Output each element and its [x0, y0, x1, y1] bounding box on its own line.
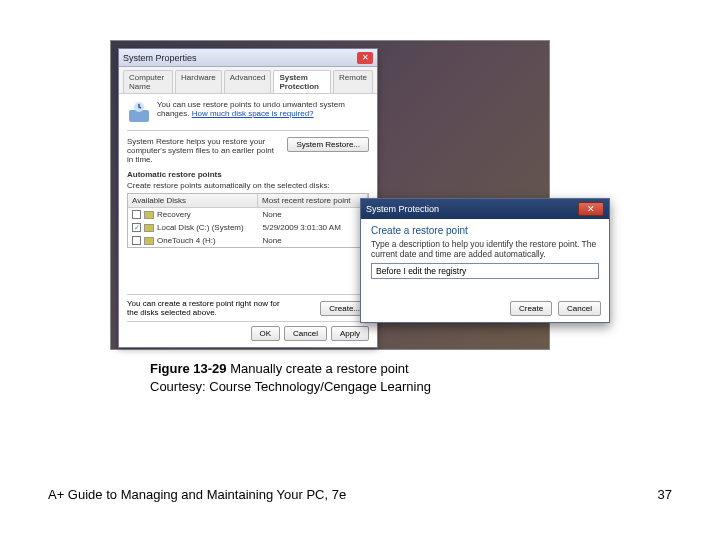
- automatic-description: Create restore points automatically on t…: [127, 181, 369, 190]
- courtesy-line: Courtesy: Course Technology/Cengage Lear…: [150, 379, 431, 394]
- dialog-title: System Protection: [366, 204, 439, 214]
- close-icon[interactable]: ✕: [357, 52, 373, 64]
- drive-icon: [144, 224, 154, 232]
- dialog-titlebar: System Protection ✕: [361, 199, 609, 219]
- tab-system-protection[interactable]: System Protection: [273, 70, 331, 93]
- restore-point-description-input[interactable]: [371, 263, 599, 279]
- page-number: 37: [658, 487, 672, 502]
- table-row[interactable]: Recovery None: [128, 208, 368, 221]
- checkbox-icon[interactable]: [132, 210, 141, 219]
- disks-table: Available Disks Most recent restore poin…: [127, 193, 369, 248]
- tab-remote[interactable]: Remote: [333, 70, 373, 93]
- col-most-recent: Most recent restore point: [258, 194, 368, 207]
- create-description: You can create a restore point right now…: [127, 299, 287, 317]
- create-restore-point-dialog: System Protection ✕ Create a restore poi…: [360, 198, 610, 323]
- divider: [127, 130, 369, 131]
- tab-strip: Computer Name Hardware Advanced System P…: [119, 67, 377, 94]
- create-row: You can create a restore point right now…: [127, 294, 369, 317]
- table-row[interactable]: OneTouch 4 (H:) None: [128, 234, 368, 247]
- tab-hardware[interactable]: Hardware: [175, 70, 222, 93]
- figure-caption: Figure 13-29 Manually create a restore p…: [150, 360, 431, 395]
- system-properties-titlebar: System Properties ✕: [119, 49, 377, 67]
- system-properties-window: System Properties ✕ Computer Name Hardwa…: [118, 48, 378, 348]
- drive-icon: [144, 211, 154, 219]
- automatic-heading: Automatic restore points: [127, 170, 369, 179]
- drive-icon: [144, 237, 154, 245]
- window-title: System Properties: [123, 53, 197, 63]
- footer-book-title: A+ Guide to Managing and Maintaining You…: [48, 487, 346, 502]
- disk-space-link[interactable]: How much disk space is required?: [192, 109, 314, 118]
- checkbox-icon[interactable]: ✓: [132, 223, 141, 232]
- dialog-heading: Create a restore point: [371, 225, 599, 236]
- dialog-create-button[interactable]: Create: [510, 301, 552, 316]
- col-available-disks: Available Disks: [128, 194, 258, 207]
- system-restore-button[interactable]: System Restore...: [287, 137, 369, 152]
- tab-advanced[interactable]: Advanced: [224, 70, 272, 93]
- cancel-button[interactable]: Cancel: [284, 326, 327, 341]
- intro-text: You can use restore points to undo unwan…: [157, 100, 369, 124]
- system-properties-body: You can use restore points to undo unwan…: [119, 94, 377, 254]
- restore-description: System Restore helps you restore your co…: [127, 137, 281, 164]
- ok-button[interactable]: OK: [251, 326, 281, 341]
- restore-icon: [127, 100, 151, 124]
- apply-button[interactable]: Apply: [331, 326, 369, 341]
- table-header: Available Disks Most recent restore poin…: [128, 194, 368, 208]
- dialog-description: Type a description to help you identify …: [371, 239, 599, 259]
- close-icon[interactable]: ✕: [578, 202, 604, 216]
- tab-computer-name[interactable]: Computer Name: [123, 70, 173, 93]
- table-row[interactable]: ✓Local Disk (C:) (System) 5/29/2009 3:01…: [128, 221, 368, 234]
- dialog-buttons: OK Cancel Apply: [127, 321, 369, 341]
- dialog-cancel-button[interactable]: Cancel: [558, 301, 601, 316]
- checkbox-icon[interactable]: [132, 236, 141, 245]
